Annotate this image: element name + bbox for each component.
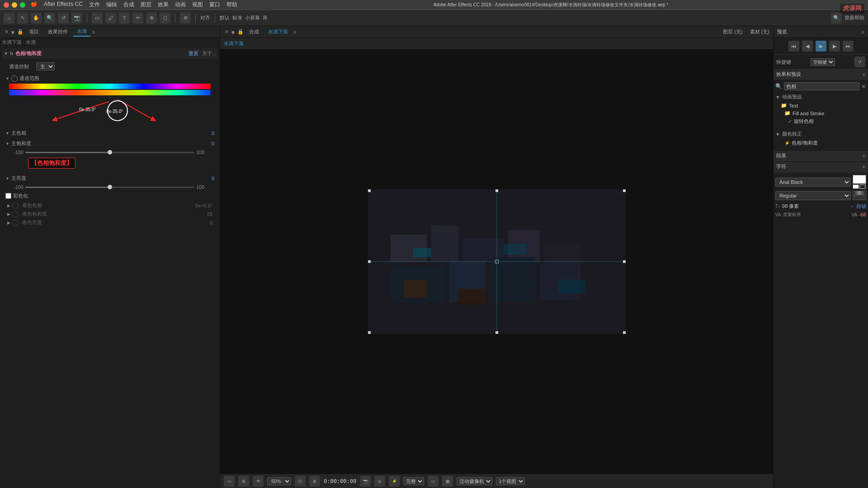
- master-hue-value[interactable]: 0: [212, 131, 214, 136]
- close-button[interactable]: [4, 2, 9, 8]
- shadow-bright-expand[interactable]: ▶: [7, 221, 10, 225]
- app-menu-compose[interactable]: 合成: [123, 1, 134, 9]
- tracking-value[interactable]: 自动: [856, 203, 866, 210]
- hand-tool[interactable]: ✋: [31, 13, 42, 23]
- puppet-tool[interactable]: ⊛: [180, 13, 191, 23]
- shadow-sat-expand[interactable]: ▶: [7, 212, 10, 216]
- app-menu-ae[interactable]: After Effects CC: [44, 1, 83, 9]
- app-menu-window[interactable]: 窗口: [209, 1, 220, 9]
- handle-top-left[interactable]: [368, 189, 371, 192]
- view-select[interactable]: 1个视图: [496, 477, 525, 485]
- shortcuts-select[interactable]: 空格键: [811, 58, 835, 66]
- shadow-hue-expand[interactable]: ▶: [7, 203, 10, 208]
- color-corr-expand-arrow[interactable]: ▼: [775, 131, 780, 137]
- apple-menu[interactable]: 🍎: [31, 1, 38, 9]
- font-name-select[interactable]: Arial Black: [775, 178, 851, 187]
- camera-select[interactable]: 活动摄像机: [457, 477, 492, 485]
- handle-top-mid[interactable]: [495, 189, 498, 192]
- panel-close-btn[interactable]: ✕: [5, 29, 9, 35]
- preview-lock2-btn[interactable]: 🔒: [237, 29, 244, 35]
- handle-mid-left[interactable]: [368, 260, 371, 263]
- paragraph-header[interactable]: 段落 ≡: [774, 151, 868, 161]
- home-button[interactable]: ⌂: [4, 13, 14, 23]
- solid-swatch[interactable]: [853, 196, 866, 200]
- about-btn[interactable]: 关于...: [202, 50, 216, 57]
- camera-snap-btn[interactable]: 📷: [360, 476, 371, 487]
- paragraph-menu[interactable]: ≡: [863, 153, 865, 159]
- effects-search-input[interactable]: [784, 82, 859, 90]
- handle-bottom-right[interactable]: [623, 331, 626, 334]
- rainbow-bar-2[interactable]: [9, 90, 211, 95]
- window-controls[interactable]: [4, 2, 25, 8]
- master-sat-arrow[interactable]: ▼: [5, 141, 9, 146]
- handle-bottom-left[interactable]: [368, 331, 371, 334]
- render-btn[interactable]: ▦: [442, 476, 453, 487]
- kerning-value[interactable]: -66: [859, 212, 866, 217]
- tab-water-drop[interactable]: 水滴: [73, 27, 90, 37]
- text-tool[interactable]: T: [119, 13, 130, 23]
- sat-slider-thumb[interactable]: [108, 150, 112, 155]
- pen-tool[interactable]: 🖊: [105, 13, 116, 23]
- jump-start-btn[interactable]: ⏮: [788, 41, 799, 52]
- rotate-tool[interactable]: ↺: [58, 13, 69, 23]
- fast-preview-btn[interactable]: ⚡: [389, 476, 400, 487]
- maximize-button[interactable]: [20, 2, 25, 8]
- stroke-swatch[interactable]: [859, 184, 866, 189]
- select-tool[interactable]: ↖: [17, 13, 28, 23]
- text-color-swatch[interactable]: [853, 175, 866, 184]
- preview-3d-btn[interactable]: ⊞: [238, 476, 249, 487]
- master-hue-arrow[interactable]: ▼: [5, 131, 9, 136]
- fill-stroke-item[interactable]: 📁 Fill and Stroke: [774, 109, 868, 117]
- camera-tool[interactable]: 📷: [71, 13, 82, 23]
- hue-sat-item[interactable]: ⚡ 色相/饱和度: [774, 139, 868, 147]
- effect-toggle[interactable]: ▼: [4, 51, 8, 56]
- app-menu-view[interactable]: 视图: [192, 1, 203, 9]
- comp-view-btn[interactable]: ▭: [428, 476, 439, 487]
- panel-menu-btn[interactable]: ≡: [92, 29, 95, 35]
- hue-value-display[interactable]: 0x-35.0°: [79, 107, 96, 112]
- app-menu-file[interactable]: 文件: [89, 1, 100, 9]
- tab-project[interactable]: 项目: [25, 28, 42, 36]
- rainbow-bar-1[interactable]: [9, 84, 211, 89]
- animation-presets-header[interactable]: ▼ 动画预设: [774, 92, 868, 102]
- minimize-button[interactable]: [12, 2, 17, 8]
- eraser-tool[interactable]: ◻: [160, 13, 170, 23]
- font-section-menu[interactable]: ≡: [863, 164, 865, 169]
- master-bright-arrow[interactable]: ▼: [5, 176, 9, 181]
- preview-compose-btn[interactable]: ▭: [224, 476, 235, 487]
- preview-lock-btn[interactable]: ■: [231, 29, 235, 35]
- font-size-value[interactable]: 98 像素: [782, 203, 799, 210]
- colorize-checkbox[interactable]: [5, 193, 11, 199]
- font-style-select[interactable]: Regular: [775, 191, 851, 200]
- master-hue-header[interactable]: ▼ 主色相 0: [5, 130, 214, 136]
- hue-range-header[interactable]: ▼ 通道范围: [5, 75, 214, 82]
- resolution-select[interactable]: 完整: [403, 477, 424, 485]
- handle-mid-right[interactable]: [623, 260, 626, 263]
- hue-range-arrow[interactable]: ▼: [5, 76, 9, 81]
- gradient-swatch[interactable]: [853, 191, 866, 195]
- preview-view-btn[interactable]: 👁: [253, 476, 264, 487]
- text-folder-item[interactable]: 📁 Text: [774, 102, 868, 109]
- shadow-hue-value[interactable]: 0x+0.0°: [195, 203, 212, 208]
- rotate-hue-item[interactable]: ✓ 旋转色相: [774, 117, 868, 126]
- handle-top-right[interactable]: [623, 189, 626, 192]
- frame-back-btn[interactable]: ◀: [802, 41, 813, 52]
- tab-compose[interactable]: 合成: [245, 28, 263, 36]
- shadow-bright-value[interactable]: 0: [210, 220, 212, 225]
- master-sat-header[interactable]: ▼ 主饱和度 0: [2, 138, 218, 149]
- master-bright-header[interactable]: ▼ 主亮度 0: [2, 173, 218, 183]
- frame-fwd-btn[interactable]: ▶: [829, 41, 840, 52]
- master-sat-value[interactable]: 0: [212, 141, 214, 146]
- effects-search-clear[interactable]: ✕: [861, 83, 866, 90]
- shadow-sat-value[interactable]: 25: [207, 211, 212, 217]
- target-btn[interactable]: ◎: [374, 476, 385, 487]
- mac-menu[interactable]: 🍎 After Effects CC 文件 编辑 合成 图层 效果 动画 视图 …: [31, 1, 237, 9]
- master-bright-value[interactable]: 0: [212, 176, 214, 181]
- fill-swatch[interactable]: [853, 184, 859, 189]
- zoom-select[interactable]: 50%: [267, 477, 291, 485]
- shortcuts-reset-btn[interactable]: ↺: [854, 56, 865, 67]
- app-menu-animate[interactable]: 动画: [175, 1, 186, 9]
- brush-tool[interactable]: ✏: [132, 13, 143, 23]
- channel-select[interactable]: 主: [36, 62, 55, 70]
- effects-presets-header[interactable]: 效果和预设 ≡: [774, 70, 868, 80]
